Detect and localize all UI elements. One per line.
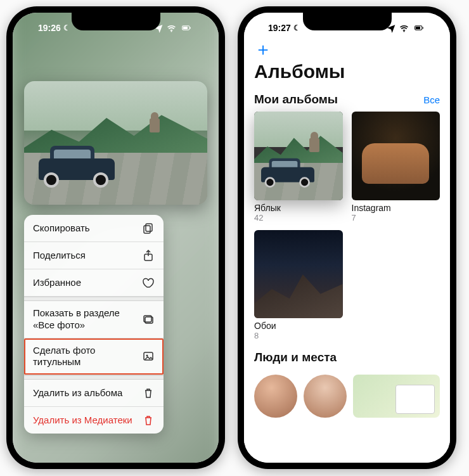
copy-icon — [142, 222, 155, 235]
section-my-albums-header: Мои альбомы Все — [254, 93, 440, 106]
battery-icon — [179, 23, 193, 33]
see-all-link[interactable]: Все — [423, 94, 440, 105]
phone-left: 19:26 ☾ Скопировать — [6, 6, 225, 469]
album-title: Instagram — [352, 203, 440, 213]
wifi-icon — [166, 23, 177, 34]
album-title: Яблык — [254, 203, 343, 213]
person-avatar[interactable] — [254, 375, 297, 418]
heart-icon — [142, 276, 155, 289]
album-item[interactable]: Яблык 42 — [254, 112, 343, 222]
status-time: 19:26 — [38, 23, 61, 33]
menu-label: Избранное — [33, 277, 81, 289]
section-title: Люди и места — [254, 351, 337, 364]
section-people-places-header: Люди и места — [254, 351, 440, 364]
album-thumbnail — [254, 230, 343, 319]
add-button[interactable]: ＋ — [254, 41, 440, 58]
person-avatar[interactable] — [304, 375, 347, 418]
context-menu: Скопировать Поделиться Избранное Показат… — [24, 215, 164, 434]
album-thumbnail — [352, 112, 440, 200]
album-item[interactable]: Обои 8 — [254, 230, 343, 341]
status-time: 19:27 — [268, 23, 291, 33]
photo-preview[interactable] — [24, 81, 207, 205]
album-count: 8 — [254, 331, 343, 340]
places-map-thumbnail[interactable] — [353, 375, 440, 418]
album-grid: Яблык 42 Instagram 7 Обои 8 — [254, 112, 440, 340]
menu-share[interactable]: Поделиться — [24, 242, 164, 269]
share-icon — [142, 249, 155, 262]
trash-icon — [142, 414, 155, 427]
menu-label: Показать в разделе «Все фото» — [33, 307, 134, 331]
image-icon — [142, 350, 155, 363]
menu-make-key-photo[interactable]: Сделать фото титульным — [24, 338, 164, 376]
menu-favorite[interactable]: Избранное — [24, 269, 164, 297]
trash-icon — [142, 387, 155, 399]
section-title: Мои альбомы — [254, 93, 338, 106]
menu-label: Поделиться — [33, 250, 86, 262]
do-not-disturb-icon: ☾ — [293, 23, 300, 32]
wifi-icon — [399, 23, 409, 34]
menu-label: Удалить из альбома — [33, 387, 122, 399]
battery-icon — [412, 23, 426, 33]
page-title: Альбомы — [254, 61, 440, 82]
menu-remove-from-album[interactable]: Удалить из альбома — [24, 380, 164, 407]
album-count: 7 — [352, 213, 440, 222]
menu-label: Сделать фото титульным — [33, 345, 128, 369]
menu-label: Скопировать — [33, 222, 90, 235]
album-count: 42 — [254, 213, 343, 222]
people-places-row — [254, 375, 440, 418]
album-title: Обои — [254, 321, 343, 331]
stack-icon — [142, 313, 155, 326]
notch — [303, 13, 392, 30]
phone-right: 19:27 ☾ ＋ Альбомы Мои альбомы Все — [238, 6, 456, 469]
menu-delete-from-library[interactable]: Удалить из Медиатеки — [24, 407, 164, 434]
notch — [72, 13, 160, 30]
menu-show-all-photos[interactable]: Показать в разделе «Все фото» — [24, 301, 164, 338]
album-item[interactable]: Instagram 7 — [352, 112, 440, 222]
menu-copy[interactable]: Скопировать — [24, 215, 164, 242]
menu-label: Удалить из Медиатеки — [33, 415, 132, 427]
do-not-disturb-icon: ☾ — [63, 23, 70, 32]
